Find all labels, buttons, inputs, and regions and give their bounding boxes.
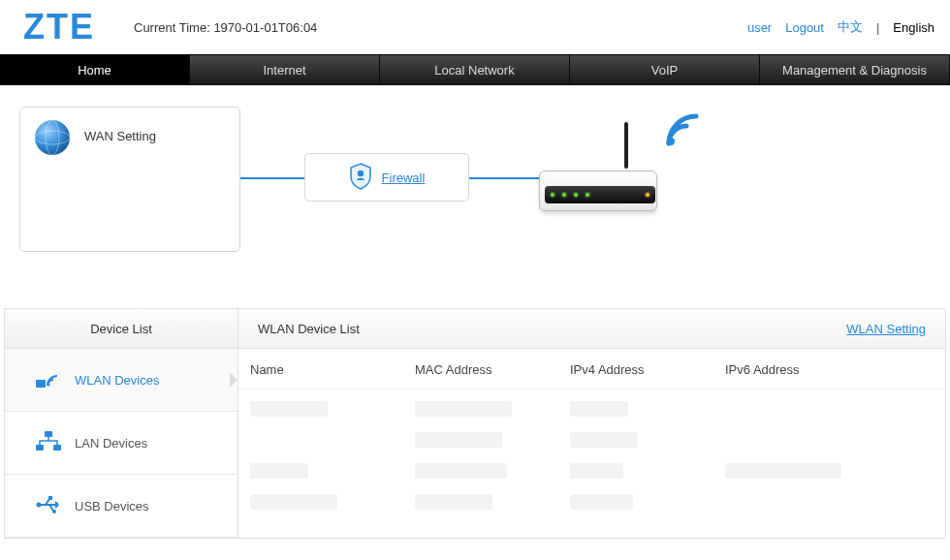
network-icon <box>36 431 61 455</box>
svg-rect-5 <box>36 380 46 388</box>
current-time-value: 1970-01-01T06:04 <box>213 20 317 35</box>
svg-point-10 <box>37 502 42 507</box>
svg-point-4 <box>667 138 675 145</box>
user-link[interactable]: user <box>747 20 772 35</box>
col-name: Name <box>250 362 415 377</box>
main-nav: Home Internet Local Network VoIP Managem… <box>0 54 950 85</box>
router-icon <box>539 141 655 211</box>
main-title: WLAN Device List <box>258 322 360 336</box>
table-body <box>238 389 945 517</box>
sidebar-header: Device List <box>5 309 238 349</box>
connection-line-1 <box>240 177 304 179</box>
table-row <box>250 486 934 517</box>
tab-mgmt-diagnosis[interactable]: Management & Diagnosis <box>760 55 950 84</box>
table-row <box>250 424 934 455</box>
svg-point-0 <box>35 120 70 155</box>
logout-link[interactable]: Logout <box>785 20 824 35</box>
antenna-icon <box>624 122 628 169</box>
sidebar-item-wlan[interactable]: WLAN Devices <box>5 349 238 412</box>
firewall-box[interactable]: Firewall <box>304 153 469 202</box>
svg-rect-8 <box>36 445 44 451</box>
svg-point-3 <box>357 170 363 175</box>
wan-setting-box[interactable]: WAN Setting <box>19 107 240 252</box>
table-row <box>250 455 934 486</box>
sidebar-item-label: LAN Devices <box>75 436 147 451</box>
globe-icon <box>32 117 73 161</box>
shield-icon <box>349 163 372 193</box>
current-time: Current Time: 1970-01-01T06:04 <box>134 20 747 35</box>
col-ipv4: IPv4 Address <box>570 362 725 377</box>
main-panel: WLAN Device List WLAN Setting Name MAC A… <box>238 309 945 538</box>
lang-en-label: English <box>893 20 934 35</box>
led-icon <box>574 193 578 197</box>
logo: ZTE <box>23 7 95 47</box>
sidebar-item-label: WLAN Devices <box>75 373 159 388</box>
tab-internet[interactable]: Internet <box>190 55 380 84</box>
wifi-icon <box>663 110 702 152</box>
lower-panel: Device List WLAN Devices <box>4 308 946 539</box>
current-time-label: Current Time: <box>134 20 210 35</box>
usb-icon <box>36 494 61 518</box>
wan-setting-label: WAN Setting <box>84 129 156 143</box>
header: ZTE Current Time: 1970-01-01T06:04 user … <box>0 0 950 54</box>
wlan-setting-link[interactable]: WLAN Setting <box>846 322 926 336</box>
svg-point-6 <box>48 383 50 386</box>
led-icon <box>551 193 554 197</box>
sidebar-item-label: USB Devices <box>75 499 149 513</box>
tab-home[interactable]: Home <box>0 55 190 84</box>
lang-separator: | <box>876 20 879 35</box>
tab-voip[interactable]: VoIP <box>570 55 760 84</box>
lang-zh-link[interactable]: 中文 <box>838 18 863 36</box>
svg-rect-9 <box>53 445 61 451</box>
sidebar: Device List WLAN Devices <box>5 309 238 538</box>
connection-line-2 <box>469 177 539 179</box>
header-links: user Logout 中文 | English <box>747 18 934 36</box>
firewall-link[interactable]: Firewall <box>382 171 426 185</box>
svg-rect-7 <box>45 431 52 437</box>
led-icon <box>562 193 566 197</box>
led-icon <box>586 193 589 197</box>
sidebar-item-lan[interactable]: LAN Devices <box>5 412 238 475</box>
sidebar-item-usb[interactable]: USB Devices <box>5 475 238 538</box>
svg-rect-12 <box>48 496 52 500</box>
svg-point-13 <box>52 510 56 513</box>
wifi-small-icon <box>36 368 61 392</box>
col-mac: MAC Address <box>415 362 570 377</box>
tab-local-network[interactable]: Local Network <box>380 55 570 84</box>
col-ipv6: IPv6 Address <box>725 362 934 377</box>
topology-diagram: WAN Setting Firewall <box>4 85 946 308</box>
main-header: WLAN Device List WLAN Setting <box>238 309 945 349</box>
table-row <box>250 393 934 424</box>
led-icon <box>646 193 649 197</box>
table-header: Name MAC Address IPv4 Address IPv6 Addre… <box>238 349 945 389</box>
